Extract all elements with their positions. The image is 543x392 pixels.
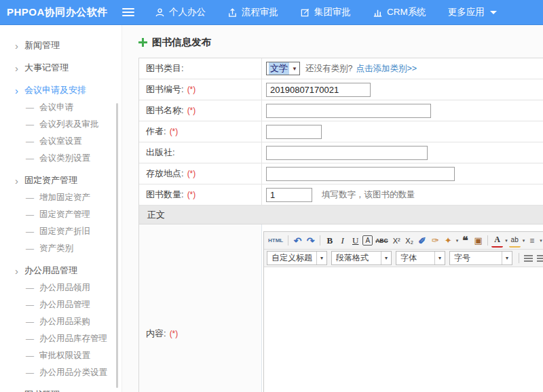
sidebar-group-events-management[interactable]: 大事记管理 bbox=[0, 59, 121, 77]
nav-group-approval[interactable]: 集团审批 bbox=[300, 6, 351, 18]
nav-label: 更多应用 bbox=[448, 6, 485, 18]
font-size-dropdown[interactable]: 字号 bbox=[449, 251, 512, 265]
paste-word-icon[interactable]: ▣ bbox=[472, 234, 484, 248]
book-category-select[interactable]: 文学 bbox=[266, 62, 300, 75]
editor-cell: HTML ↶ ↷ B I U A ABC X² X₂ ✐ bbox=[262, 224, 543, 392]
sidebar-item-meeting-list-approval[interactable]: 会议列表及审批 bbox=[0, 116, 121, 133]
sidebar-item-label: 图书管理 bbox=[24, 389, 60, 392]
dash-icon bbox=[26, 334, 34, 344]
sidebar-item-label: 办公用品管理 bbox=[24, 264, 77, 277]
brush-icon[interactable]: ✑ bbox=[430, 234, 441, 248]
italic-icon[interactable]: I bbox=[337, 234, 348, 248]
sidebar-item-label: 固定资产折旧 bbox=[39, 226, 90, 237]
sidebar-item-supplies-inventory[interactable]: 办公用品库存管理 bbox=[0, 330, 121, 347]
sidebar-item-asset-category[interactable]: 资产类别 bbox=[0, 240, 121, 257]
sidebar-item-meeting-category-settings[interactable]: 会议类别设置 bbox=[0, 150, 121, 167]
separator bbox=[519, 253, 519, 263]
storage-location-row: 存放地点:(*) bbox=[139, 163, 543, 184]
undo-icon[interactable]: ↶ bbox=[292, 234, 303, 248]
book-number-input[interactable] bbox=[266, 83, 371, 97]
nav-label: 个人办公 bbox=[169, 6, 206, 18]
sidebar-item-meeting-room-settings[interactable]: 会议室设置 bbox=[0, 133, 121, 150]
caret-down-icon bbox=[523, 238, 525, 243]
sidebar-item-label: 增加固定资产 bbox=[39, 192, 90, 203]
book-quantity-input[interactable] bbox=[266, 188, 312, 202]
redo-icon[interactable]: ↷ bbox=[305, 234, 316, 248]
sidebar-item-add-fixed-asset[interactable]: 增加固定资产 bbox=[0, 189, 121, 206]
dash-icon bbox=[26, 137, 34, 146]
dash-icon bbox=[26, 120, 34, 130]
sidebar-item-supplies-category-settings[interactable]: 办公用品分类设置 bbox=[0, 364, 121, 381]
sidebar-item-supplies-purchase[interactable]: 办公用品采购 bbox=[0, 313, 121, 330]
sidebar-item-label: 会议申请及安排 bbox=[24, 84, 86, 96]
content-row: 内容:(*) HTML ↶ ↷ B I U A A bbox=[139, 224, 543, 392]
blockquote-icon[interactable]: ❝ bbox=[460, 234, 471, 248]
sidebar-item-meeting-apply[interactable]: 会议申请 bbox=[0, 99, 121, 116]
align-left-icon[interactable] bbox=[523, 252, 534, 265]
sidebar-item-label: 大事记管理 bbox=[24, 62, 69, 74]
sidebar-group-fixed-assets[interactable]: 固定资产管理 bbox=[0, 172, 121, 189]
sidebar-item-label: 办公用品采购 bbox=[39, 316, 90, 328]
sidebar-item-label: 办公用品管理 bbox=[39, 299, 90, 311]
page-title-text: 图书信息发布 bbox=[152, 36, 211, 49]
sidebar-item-fixed-asset-depreciation[interactable]: 固定资产折旧 bbox=[0, 223, 121, 240]
sidebar-scrollbar[interactable] bbox=[116, 103, 118, 388]
topbar-nav: 个人办公 流程审批 集团审批 CRM系统 更多应用 bbox=[155, 6, 497, 18]
field-label: 图书编号: bbox=[146, 83, 184, 96]
chevron-right-icon bbox=[15, 176, 18, 186]
nav-crm-system[interactable]: CRM系统 bbox=[373, 6, 426, 18]
editor-toolbar-row1: HTML ↶ ↷ B I U A ABC X² X₂ ✐ bbox=[264, 232, 543, 250]
align-center-icon[interactable] bbox=[536, 252, 543, 265]
field-label: 作者: bbox=[146, 125, 166, 138]
sidebar-item-fixed-asset-management[interactable]: 固定资产管理 bbox=[0, 206, 121, 223]
highlight-icon[interactable]: ab bbox=[509, 234, 521, 248]
sidebar-group-meeting-management[interactable]: 会议申请及安排 bbox=[0, 81, 121, 99]
ordered-list-icon[interactable]: ≡ bbox=[526, 234, 538, 248]
add-category-link[interactable]: 点击添加类别>> bbox=[356, 63, 417, 75]
sidebar-item-label: 审批权限设置 bbox=[39, 350, 90, 361]
book-name-input[interactable] bbox=[266, 104, 431, 118]
separator bbox=[320, 235, 320, 246]
dash-icon bbox=[26, 154, 34, 163]
dash-icon bbox=[26, 300, 34, 310]
superscript-icon[interactable]: X² bbox=[391, 234, 402, 248]
nav-personal-office[interactable]: 个人办公 bbox=[155, 6, 206, 18]
custom-title-dropdown[interactable]: 自定义标题 bbox=[267, 251, 327, 265]
caret-down-icon bbox=[316, 252, 326, 264]
font-box-icon[interactable]: A bbox=[362, 235, 373, 246]
subscript-icon[interactable]: X₂ bbox=[404, 234, 415, 248]
caret-down-icon bbox=[434, 252, 445, 264]
no-category-note: 还没有类别? bbox=[305, 63, 352, 75]
sidebar-group-news-management[interactable]: 新闻管理 bbox=[0, 37, 121, 54]
sidebar-item-supplies-request[interactable]: 办公用品领用 bbox=[0, 279, 121, 296]
sidebar-group-office-supplies[interactable]: 办公用品管理 bbox=[0, 262, 121, 279]
editor-content-area[interactable] bbox=[264, 267, 543, 392]
eraser-icon[interactable]: ✐ bbox=[417, 234, 428, 248]
sidebar-item-approval-permission-settings[interactable]: 审批权限设置 bbox=[0, 347, 121, 364]
sidebar-group-book-management[interactable]: 图书管理 bbox=[0, 386, 121, 392]
nav-more-apps[interactable]: 更多应用 bbox=[448, 6, 497, 18]
hamburger-menu-icon[interactable] bbox=[122, 8, 134, 16]
sidebar-item-label: 办公用品领用 bbox=[39, 282, 90, 294]
author-input[interactable] bbox=[266, 125, 322, 139]
sidebar-item-supplies-management[interactable]: 办公用品管理 bbox=[0, 296, 121, 313]
storage-location-input[interactable] bbox=[266, 167, 455, 181]
sidebar-item-label: 会议室设置 bbox=[39, 136, 82, 147]
palette-icon[interactable]: ✦ bbox=[443, 234, 454, 248]
book-quantity-row: 图书数量:(*) 填写数字，该图书的数量 bbox=[139, 184, 543, 205]
separator bbox=[487, 235, 488, 246]
strikethrough-icon[interactable]: ABC bbox=[374, 234, 389, 248]
html-source-icon[interactable]: HTML bbox=[267, 234, 284, 248]
nav-workflow-approval[interactable]: 流程审批 bbox=[227, 6, 278, 18]
bar-chart-icon bbox=[373, 7, 383, 18]
font-family-dropdown[interactable]: 字体 bbox=[396, 251, 445, 265]
underline-icon[interactable]: U bbox=[350, 234, 361, 248]
bold-icon[interactable]: B bbox=[324, 234, 335, 248]
paragraph-format-dropdown[interactable]: 段落格式 bbox=[331, 251, 392, 265]
nav-label: CRM系统 bbox=[387, 6, 426, 18]
publisher-input[interactable] bbox=[266, 146, 428, 160]
field-label: 图书类目: bbox=[146, 62, 184, 75]
book-name-row: 图书名称:(*) bbox=[139, 100, 543, 121]
chevron-right-icon bbox=[15, 266, 18, 276]
font-color-icon[interactable]: A bbox=[491, 234, 503, 248]
